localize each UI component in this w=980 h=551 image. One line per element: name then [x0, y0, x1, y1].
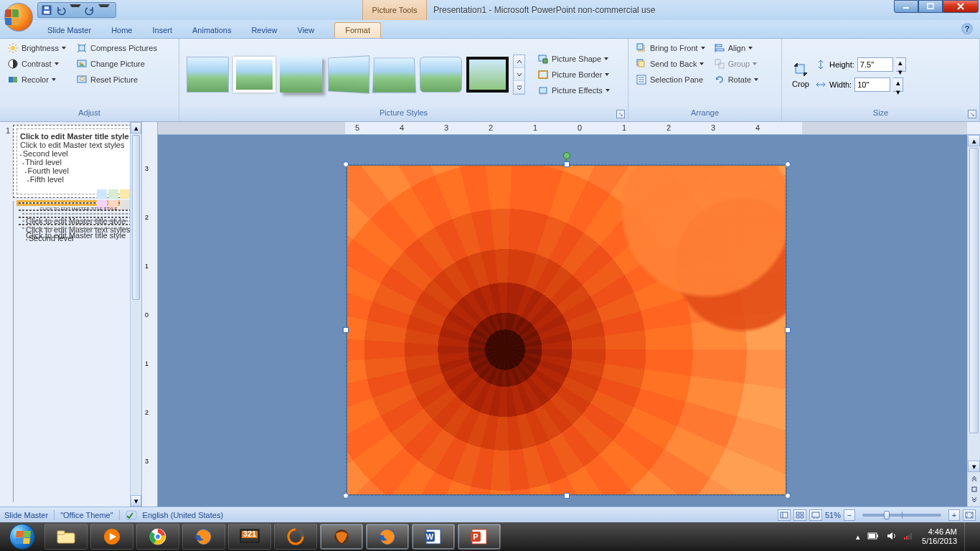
handle-br[interactable] — [785, 493, 791, 499]
normal-view-button[interactable] — [778, 509, 791, 521]
editor-scroll-down[interactable]: ▾ — [968, 461, 980, 472]
group-button[interactable]: Group — [711, 57, 761, 71]
zoom-in-button[interactable]: + — [948, 509, 960, 521]
task-media-player[interactable] — [90, 524, 133, 550]
task-powerpoint[interactable]: P — [458, 524, 501, 550]
handle-bl[interactable] — [343, 493, 349, 499]
style-thumb-6[interactable] — [420, 57, 462, 93]
compress-pictures-button[interactable]: Compress Pictures — [73, 41, 160, 55]
zoom-slider[interactable] — [862, 514, 941, 517]
handle-bc[interactable] — [564, 493, 570, 499]
fit-to-window-button[interactable] — [963, 509, 976, 521]
undo-dropdown[interactable] — [70, 4, 81, 16]
panel-scroll-down[interactable]: ▾ — [131, 495, 141, 507]
handle-tc[interactable] — [564, 161, 570, 167]
panel-scroll-up[interactable]: ▴ — [131, 122, 141, 133]
panel-scrollbar[interactable]: ▴ ▾ — [130, 122, 141, 507]
crop-button[interactable]: Crop — [786, 60, 815, 90]
zoom-out-button[interactable]: − — [844, 509, 855, 521]
rotate-button[interactable]: Rotate — [711, 72, 761, 87]
slideshow-view-button[interactable] — [809, 509, 822, 521]
slide-canvas[interactable]: ▴ ▾ — [158, 135, 980, 507]
layout-thumb-5[interactable]: Click to edit Master title style — [19, 224, 138, 225]
width-input[interactable] — [854, 77, 890, 92]
recolor-button[interactable]: Recolor — [4, 72, 69, 87]
bring-to-front-button[interactable]: Bring to Front — [633, 41, 708, 55]
gallery-down[interactable] — [514, 68, 524, 81]
rotate-handle[interactable] — [563, 152, 570, 159]
zoom-percent[interactable]: 51% — [825, 511, 841, 519]
align-button[interactable]: Align — [711, 41, 761, 55]
style-thumb-3[interactable] — [280, 57, 322, 93]
height-spinner[interactable]: ▴▾ — [896, 57, 906, 72]
qat-customize[interactable] — [98, 4, 110, 16]
prev-slide-button[interactable] — [968, 472, 980, 484]
maximize-button[interactable] — [918, 0, 943, 13]
master-thumb[interactable]: Click to edit Master title style Click t… — [13, 125, 138, 198]
start-button[interactable] — [3, 522, 42, 551]
task-browser-active[interactable] — [320, 524, 363, 550]
spellcheck-icon[interactable] — [126, 510, 137, 520]
tab-review[interactable]: Review — [241, 23, 287, 38]
picture-border-button[interactable]: Picture Border — [534, 67, 613, 82]
handle-tr[interactable] — [785, 161, 791, 167]
tab-insert[interactable]: Insert — [142, 23, 182, 38]
task-explorer[interactable] — [44, 524, 88, 550]
gallery-up[interactable] — [514, 55, 524, 68]
battery-icon[interactable] — [867, 532, 879, 542]
task-media-classic[interactable]: 321 — [228, 524, 271, 550]
editor-vertical-scrollbar[interactable]: ▴ ▾ — [967, 135, 980, 507]
browse-object-button[interactable] — [968, 484, 980, 495]
handle-ml[interactable] — [343, 327, 349, 333]
style-thumb-5[interactable] — [372, 57, 417, 93]
task-octoshape[interactable] — [274, 524, 317, 550]
close-button[interactable] — [943, 0, 979, 13]
width-spinner[interactable]: ▴▾ — [893, 77, 903, 92]
style-thumb-7[interactable] — [466, 57, 509, 93]
tab-format[interactable]: Format — [334, 22, 381, 38]
tab-home[interactable]: Home — [101, 23, 142, 38]
tab-slide-master[interactable]: Slide Master — [37, 23, 101, 38]
save-icon[interactable] — [41, 4, 52, 16]
volume-icon[interactable] — [886, 531, 896, 542]
system-clock[interactable]: 4:46 AM 5/16/2013 — [922, 527, 957, 546]
picture-shape-button[interactable]: Picture Shape — [534, 52, 613, 66]
picture-effects-button[interactable]: Picture Effects — [534, 83, 613, 98]
selection-pane-button[interactable]: Selection Pane — [633, 72, 708, 87]
panel-scroll-thumb[interactable] — [132, 135, 140, 300]
redo-icon[interactable] — [84, 4, 95, 16]
size-launcher[interactable]: ↘ — [968, 110, 976, 118]
task-word[interactable]: W — [412, 524, 455, 550]
task-firefox-1[interactable] — [182, 524, 225, 550]
task-firefox-2[interactable] — [366, 524, 409, 550]
help-button[interactable]: ? — [961, 23, 973, 34]
style-thumb-1[interactable] — [187, 57, 229, 93]
network-icon[interactable] — [903, 532, 915, 542]
tray-arrow-icon[interactable]: ▴ — [856, 532, 860, 542]
undo-icon[interactable] — [55, 4, 67, 16]
change-picture-button[interactable]: Change Picture — [73, 57, 160, 71]
styles-launcher[interactable]: ↘ — [616, 110, 625, 118]
style-thumb-4[interactable] — [328, 55, 369, 93]
editor-scroll-thumb[interactable] — [969, 148, 979, 433]
layout-thumb-4[interactable]: CLICK TO EDIT MASTER TITLE STYLE — [19, 217, 138, 218]
brightness-button[interactable]: Brightness — [4, 41, 69, 55]
editor-scroll-up[interactable]: ▴ — [968, 135, 980, 146]
contrast-button[interactable]: Contrast — [4, 57, 69, 71]
minimize-button[interactable] — [894, 0, 918, 13]
style-thumb-2[interactable] — [233, 57, 275, 93]
office-button[interactable] — [4, 3, 33, 32]
tab-view[interactable]: View — [288, 23, 325, 38]
handle-mr[interactable] — [785, 327, 791, 333]
tab-animations[interactable]: Animations — [182, 23, 241, 38]
task-chrome[interactable] — [136, 524, 179, 550]
height-input[interactable] — [857, 57, 893, 72]
handle-tl[interactable] — [343, 161, 349, 167]
send-to-back-button[interactable]: Send to Back — [633, 57, 708, 71]
gallery-more[interactable] — [514, 81, 524, 94]
sorter-view-button[interactable] — [793, 509, 806, 521]
next-slide-button[interactable] — [968, 495, 980, 507]
status-language[interactable]: English (United States) — [143, 511, 224, 519]
reset-picture-button[interactable]: Reset Picture — [73, 72, 160, 87]
show-desktop-button[interactable] — [964, 522, 974, 551]
